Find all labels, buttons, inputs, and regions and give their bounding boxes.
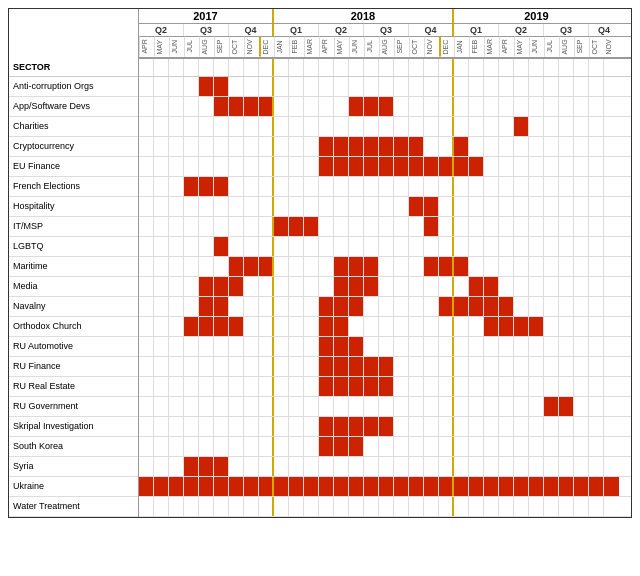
cell-8-13 — [334, 237, 349, 256]
cell-11-25 — [514, 297, 529, 316]
cell-3-21 — [454, 137, 469, 156]
cell-0-9 — [274, 77, 289, 96]
cell-2-30 — [589, 117, 604, 136]
cell-2-13 — [334, 117, 349, 136]
month-label-4: AUG — [199, 37, 214, 57]
cell-6-10 — [289, 197, 304, 216]
cell-19-30 — [589, 457, 604, 476]
month-label-29: SEP — [574, 37, 589, 57]
cell-10-13 — [334, 277, 349, 296]
cell-20-3 — [184, 477, 199, 496]
cell-8-3 — [184, 237, 199, 256]
cell-19-25 — [514, 457, 529, 476]
cell-8-4 — [199, 237, 214, 256]
cell-4-25 — [514, 157, 529, 176]
cell-8-24 — [499, 237, 514, 256]
cell-11-14 — [349, 297, 364, 316]
cell-12-13 — [334, 317, 349, 336]
cell-5-31 — [604, 177, 619, 196]
cell-5-18 — [409, 177, 424, 196]
cell-16-17 — [394, 397, 409, 416]
cell-9-1 — [154, 257, 169, 276]
cell-8-15 — [364, 237, 379, 256]
cell-7-17 — [394, 217, 409, 236]
cell-0-1 — [154, 77, 169, 96]
cell-9-24 — [499, 257, 514, 276]
cell-4-29 — [574, 157, 589, 176]
row-labels-header — [9, 9, 139, 59]
cell-7-14 — [349, 217, 364, 236]
cell-7-28 — [559, 217, 574, 236]
cell-21-17 — [394, 497, 409, 516]
month-label-26: JUN — [529, 37, 544, 57]
cell-11-0 — [139, 297, 154, 316]
cell-1-30 — [589, 97, 604, 116]
cell-15-4 — [199, 377, 214, 396]
cell-12-5 — [214, 317, 229, 336]
cell-3-22 — [469, 137, 484, 156]
cell-17-0 — [139, 417, 154, 436]
cell-12-1 — [154, 317, 169, 336]
cell-4-7 — [244, 157, 259, 176]
cell-9-0 — [139, 257, 154, 276]
year-label-2017: 2017 — [139, 9, 274, 23]
cell-4-26 — [529, 157, 544, 176]
cell-3-8 — [259, 137, 274, 156]
header-cell-10 — [289, 59, 304, 76]
sector-label-4: EU Finance — [9, 157, 138, 177]
cell-19-24 — [499, 457, 514, 476]
data-row-14 — [139, 357, 631, 377]
cell-14-1 — [154, 357, 169, 376]
cell-7-20 — [439, 217, 454, 236]
cell-14-15 — [364, 357, 379, 376]
cell-10-10 — [289, 277, 304, 296]
cell-17-10 — [289, 417, 304, 436]
header-cell-13 — [334, 59, 349, 76]
header-cell-24 — [499, 59, 514, 76]
cell-18-14 — [349, 437, 364, 456]
cell-20-31 — [604, 477, 619, 496]
cell-21-18 — [409, 497, 424, 516]
cell-1-17 — [394, 97, 409, 116]
cell-16-20 — [439, 397, 454, 416]
header-cell-18 — [409, 59, 424, 76]
cell-14-6 — [229, 357, 244, 376]
cell-8-30 — [589, 237, 604, 256]
cell-16-0 — [139, 397, 154, 416]
data-row-20 — [139, 477, 631, 497]
cell-6-9 — [274, 197, 289, 216]
cell-1-2 — [169, 97, 184, 116]
cell-11-26 — [529, 297, 544, 316]
cell-14-31 — [604, 357, 619, 376]
cell-9-25 — [514, 257, 529, 276]
month-label-10: FEB — [289, 37, 304, 57]
cell-16-9 — [274, 397, 289, 416]
cell-12-25 — [514, 317, 529, 336]
cell-10-19 — [424, 277, 439, 296]
cell-0-14 — [349, 77, 364, 96]
cell-5-24 — [499, 177, 514, 196]
cell-7-31 — [604, 217, 619, 236]
cell-13-6 — [229, 337, 244, 356]
cell-5-1 — [154, 177, 169, 196]
cell-6-1 — [154, 197, 169, 216]
cell-21-28 — [559, 497, 574, 516]
cell-11-6 — [229, 297, 244, 316]
cell-12-16 — [379, 317, 394, 336]
cell-0-18 — [409, 77, 424, 96]
cell-8-2 — [169, 237, 184, 256]
header-cell-14 — [349, 59, 364, 76]
cell-13-10 — [289, 337, 304, 356]
cell-5-23 — [484, 177, 499, 196]
month-label-28: AUG — [559, 37, 574, 57]
cell-8-31 — [604, 237, 619, 256]
cell-10-21 — [454, 277, 469, 296]
cell-7-13 — [334, 217, 349, 236]
cell-12-15 — [364, 317, 379, 336]
cell-15-5 — [214, 377, 229, 396]
month-label-15: JUL — [364, 37, 379, 57]
cell-15-10 — [289, 377, 304, 396]
cell-20-29 — [574, 477, 589, 496]
cell-12-12 — [319, 317, 334, 336]
cell-18-13 — [334, 437, 349, 456]
